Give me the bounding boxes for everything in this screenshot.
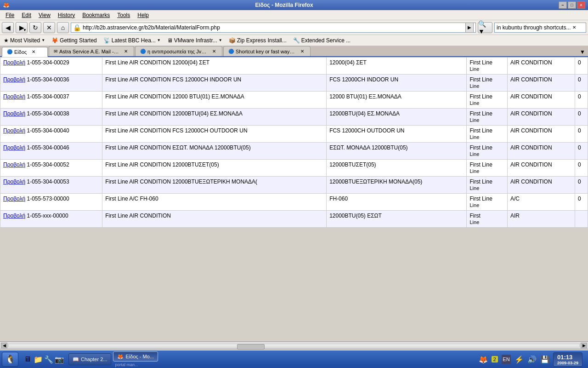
view-link[interactable]: Προβολή <box>3 144 25 151</box>
clock-time: 01:13 <box>557 354 578 361</box>
tab-shortcut[interactable]: 🔵 Shortcut key or fast way to s... ✕ <box>223 46 311 56</box>
tab-astra-mail[interactable]: ✉ Astra Service A.E. Mail - ? ???... ✕ <box>49 46 134 56</box>
scroll-left-btn[interactable]: ◀ <box>1 343 7 348</box>
url-bar[interactable]: 🔒 http://b2b.astraservice.gr/b2b/Materia… <box>71 23 476 33</box>
tab-shortcut-label: Shortcut key or fast way to s... <box>236 49 295 54</box>
view-link[interactable]: Προβολή <box>3 93 25 100</box>
forward-button[interactable]: ▶ ▼ <box>16 22 28 33</box>
taskbar-item-eidos[interactable]: 🦊 Είδος - Mo... <box>113 351 158 362</box>
view-link[interactable]: Προβολή <box>3 196 25 202</box>
home-button[interactable]: ⌂ <box>57 22 69 33</box>
start-button[interactable]: 🐧 <box>2 352 18 367</box>
search-text: in kubuntu through shortcuts... <box>497 24 571 31</box>
bookmark-extended[interactable]: 🔧 Extended Service ... <box>291 37 352 44</box>
cell-qty: 0 <box>575 58 588 75</box>
scroll-track[interactable] <box>8 344 580 347</box>
taskbar-chapter-label: Chapter 2... <box>81 356 107 362</box>
quicklaunch-icon-4[interactable]: 📷 <box>55 355 64 364</box>
quicklaunch-icon-1[interactable]: 🖥 <box>23 355 32 364</box>
search-engine-button[interactable]: 🔍▼ <box>478 22 492 33</box>
tab-list-button[interactable]: ▼ <box>577 48 588 56</box>
cell-link[interactable]: Προβολή 1-055-304-00040 <box>0 126 102 143</box>
go-button[interactable]: ▶ <box>465 23 474 33</box>
view-link[interactable]: Προβολή <box>3 213 25 219</box>
view-link[interactable]: Προβολή <box>3 76 25 83</box>
reload-button[interactable]: ↻ <box>29 22 41 33</box>
cell-link[interactable]: Προβολή 1-055-304-00037 <box>0 92 102 109</box>
view-link[interactable]: Προβολή <box>3 127 25 134</box>
minimize-button[interactable]: − <box>559 1 567 9</box>
cell-brand: First LineLine <box>467 92 507 109</box>
cell-link[interactable]: Προβολή 1-055-xxx-00000 <box>0 211 102 228</box>
cell-link[interactable]: Προβολή 1-055-304-00053 <box>0 177 102 194</box>
menu-help[interactable]: Help <box>134 11 153 19</box>
menu-view[interactable]: View <box>35 11 54 19</box>
maximize-button[interactable]: □ <box>568 1 576 9</box>
view-link[interactable]: Προβολή <box>3 110 25 117</box>
bookmark-bbc[interactable]: 📡 Latest BBC Hea... ▼ <box>102 37 163 44</box>
horizontal-scrollbar[interactable]: ◀ ▶ <box>0 341 588 349</box>
cell-category: AIR CONDITION <box>507 177 575 194</box>
taskbar-item-chapter[interactable]: 📖 Chapter 2... <box>68 353 111 365</box>
cell-link[interactable]: Προβολή 1-055-304-00038 <box>0 109 102 126</box>
stop-button[interactable]: ✕ <box>43 22 55 33</box>
menu-file[interactable]: File <box>2 11 18 19</box>
back-button[interactable]: ◀ <box>2 22 14 33</box>
menu-history[interactable]: History <box>54 11 79 19</box>
window-title: Είδος - Mozilla Firefox <box>10 2 559 8</box>
tab-eidos-close[interactable]: ✕ <box>30 49 37 55</box>
cell-brand: First LineLine <box>467 194 507 211</box>
cell-link[interactable]: Προβολή 1-055-304-00052 <box>0 160 102 177</box>
tab-astra-icon: ✉ <box>54 49 57 54</box>
tab-astra-close[interactable]: ✕ <box>123 48 129 55</box>
scroll-thumb[interactable] <box>237 344 265 350</box>
table-row: Προβολή 1-055-304-00046 First Line AIR C… <box>0 143 588 160</box>
search-bar[interactable]: in kubuntu through shortcuts... ✕ <box>494 23 586 33</box>
taskbar-eidos-icon: 🦊 <box>117 354 124 360</box>
scroll-right-btn[interactable]: ▶ <box>581 343 587 348</box>
view-link[interactable]: Προβολή <box>3 161 25 168</box>
tab-jvc-close[interactable]: ✕ <box>211 48 217 55</box>
bookmarks-bar: ★ Most Visited ▼ 🦊 Getting Started 📡 Lat… <box>0 35 588 46</box>
tray-extra-icon[interactable]: 💾 <box>540 355 549 364</box>
clock-date: 2009-03-29 <box>557 361 578 365</box>
tray-badge[interactable]: 2 <box>492 356 498 362</box>
cell-link[interactable]: Προβολή 1-055-304-00046 <box>0 143 102 160</box>
search-clear-icon[interactable]: ✕ <box>572 25 576 30</box>
tab-jvc[interactable]: 🔵 η αντιπροσωπεία της Jvc εξ... ✕ <box>135 46 222 56</box>
table-row: Προβολή 1-055-573-00000 First Line A/C F… <box>0 194 588 211</box>
tab-shortcut-close[interactable]: ✕ <box>299 48 305 55</box>
menu-tools[interactable]: Tools <box>113 11 134 19</box>
cell-description: First Line AIR CONDITION 12000BTU(04) ΕΣ… <box>102 109 327 126</box>
cell-link[interactable]: Προβολή 1-055-304-00036 <box>0 75 102 92</box>
tab-eidos[interactable]: 🔵 Είδος ✕ <box>2 47 48 57</box>
bookmark-vmware[interactable]: 🖥 VMware Infrastr... ▼ <box>165 37 224 44</box>
cell-link[interactable]: Προβολή 1-055-304-00029 <box>0 58 102 75</box>
close-button[interactable]: × <box>577 1 585 9</box>
cell-brand: First LineLine <box>467 109 507 126</box>
content-scroll-area[interactable]: Προβολή 1-055-304-00029 First Line AIR C… <box>0 57 588 341</box>
view-link[interactable]: Προβολή <box>3 178 25 185</box>
taskbar-quick-launch: 🖥 📁 🔧 📷 <box>23 355 64 364</box>
tray-lightning-icon[interactable]: ⚡ <box>514 355 524 364</box>
taskbar: 🐧 🖥 📁 🔧 📷 📖 Chapter 2... 🦊 Είδος - Mo...… <box>0 351 588 368</box>
tray-firefox-icon[interactable]: 🦊 <box>479 355 488 364</box>
cell-brand: First LineLine <box>467 58 507 75</box>
quicklaunch-icon-2[interactable]: 📁 <box>34 355 43 364</box>
cell-brand: FirstLine <box>467 211 507 228</box>
bookmark-most-visited[interactable]: ★ Most Visited ▼ <box>2 37 47 44</box>
cell-link[interactable]: Προβολή 1-055-573-00000 <box>0 194 102 211</box>
bookmark-zip[interactable]: 📦 Zip Express Install... <box>227 37 288 44</box>
view-link[interactable]: Προβολή <box>3 59 25 66</box>
bookmark-getting-started[interactable]: 🦊 Getting Started <box>50 37 99 44</box>
menu-edit[interactable]: Edit <box>18 11 35 19</box>
bbc-icon: 📡 <box>103 37 110 44</box>
quicklaunch-icon-3[interactable]: 🔧 <box>44 355 53 364</box>
table-row: Προβολή 1-055-304-00053 First Line AIR C… <box>0 177 588 194</box>
tab-jvc-icon: 🔵 <box>140 49 146 54</box>
tray-keyboard-icon[interactable]: EN <box>502 355 511 364</box>
menu-bookmarks[interactable]: Bookmarks <box>79 11 113 19</box>
data-table: Προβολή 1-055-304-00029 First Line AIR C… <box>0 57 588 228</box>
cell-qty: 0 <box>575 160 588 177</box>
tray-speaker-icon[interactable]: 🔊 <box>527 355 537 364</box>
